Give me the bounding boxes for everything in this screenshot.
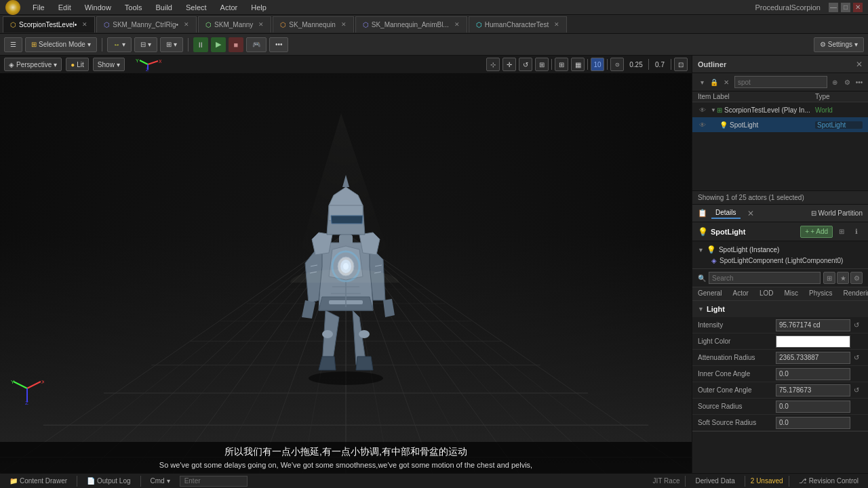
outliner-settings-button[interactable]: ⚙: [842, 77, 852, 87]
rotate-tool-button[interactable]: ↺: [519, 58, 532, 71]
menu-build[interactable]: Build: [151, 2, 178, 13]
instance-row[interactable]: ▼ 💡 SpotLight (Instance): [698, 244, 863, 256]
inner-cone-input[interactable]: [776, 368, 850, 380]
visibility-toggle-world[interactable]: 👁: [698, 105, 707, 115]
details-close-button[interactable]: ✕: [747, 209, 754, 218]
more-options-button[interactable]: •••: [269, 37, 289, 52]
tab-close-4[interactable]: ✕: [454, 21, 460, 28]
outliner-column-headers: Item Label Type: [692, 92, 868, 102]
revision-control-button[interactable]: ⎇ Revision Control: [795, 476, 863, 485]
expand-world[interactable]: ▼: [710, 106, 717, 113]
menu-window[interactable]: Window: [79, 2, 117, 13]
hamburger-menu-button[interactable]: ☰: [4, 37, 22, 52]
menu-file[interactable]: File: [27, 2, 50, 13]
tab-close-3[interactable]: ✕: [341, 21, 347, 28]
menu-tools[interactable]: Tools: [119, 2, 148, 13]
selection-mode-button[interactable]: ⊞ Selection Mode ▾: [25, 37, 97, 52]
tab-close-2[interactable]: ✕: [258, 21, 264, 28]
tab-humanchartest[interactable]: ⬡ HumanCharacterTest ✕: [469, 16, 567, 33]
cmd-button[interactable]: Cmd ▾: [146, 476, 174, 485]
component-row[interactable]: ◈ SpotLightComponent (LightComponent0): [698, 256, 863, 266]
outliner-row-world[interactable]: 👁 ▼ ⊞ ScorpionTestLevel (Play In... Worl…: [692, 102, 868, 117]
derived-data-button[interactable]: Derived Data: [691, 476, 738, 485]
outliner-lock-button[interactable]: 🔒: [709, 77, 719, 87]
tab-scorpiontestlevel[interactable]: ⬡ ScorpionTestLevel• ✕: [3, 16, 95, 33]
outliner-add-button[interactable]: ⊕: [830, 77, 840, 87]
show-button[interactable]: Show ▾: [93, 58, 125, 71]
output-log-button[interactable]: 📄 Output Log: [83, 476, 134, 485]
lod-button[interactable]: 10: [591, 58, 604, 71]
filter-tab-rendering[interactable]: Rendering: [838, 287, 869, 300]
info-button[interactable]: ℹ: [850, 226, 863, 238]
light-color-swatch[interactable]: [776, 336, 850, 348]
filter-tab-misc[interactable]: Misc: [778, 287, 804, 300]
outliner-row-spotlight[interactable]: 👁 💡 SpotLight SpotLight: [692, 117, 868, 132]
snap-button[interactable]: ⊟ ▾: [134, 37, 157, 52]
menu-actor[interactable]: Actor: [215, 2, 243, 13]
filter-tab-lod[interactable]: LOD: [754, 287, 779, 300]
tab-close-0[interactable]: ✕: [82, 21, 87, 28]
tab-sk-animbl[interactable]: ⬡ SK_Mannequin_AnimBl... ✕: [355, 16, 467, 33]
outliner-clear-button[interactable]: ✕: [721, 77, 732, 87]
tab-skm-manny[interactable]: ⬡ SKM_Manny ✕: [198, 16, 271, 33]
tab-close-5[interactable]: ✕: [554, 21, 559, 28]
tab-sk-mannequin[interactable]: ⬡ SK_Mannequin ✕: [273, 16, 353, 33]
lit-button[interactable]: ● Lit: [66, 58, 89, 71]
maximize-button[interactable]: □: [841, 3, 850, 12]
outliner-close-button[interactable]: ✕: [856, 60, 863, 69]
outliner-more-button[interactable]: •••: [854, 77, 864, 87]
outliner-filter-button[interactable]: ▾: [696, 77, 707, 87]
minimize-button[interactable]: —: [829, 3, 838, 12]
outliner-search-input[interactable]: [734, 76, 827, 88]
scale-tool-button[interactable]: ⊞: [535, 58, 549, 71]
attenuation-input[interactable]: [776, 352, 850, 364]
tab-skm-ctrlrig[interactable]: ⬡ SKM_Manny_CtrlRig• ✕: [96, 16, 197, 33]
details-search-input[interactable]: [709, 272, 821, 284]
details-tab-details[interactable]: Details: [711, 207, 741, 219]
filter-tab-general[interactable]: General: [692, 287, 728, 300]
menu-select[interactable]: Select: [180, 2, 212, 13]
tab-label-2: SKM_Manny: [214, 21, 253, 28]
menu-edit[interactable]: Edit: [53, 2, 77, 13]
play-button[interactable]: ▶: [211, 37, 226, 52]
filter-tab-actor[interactable]: Actor: [728, 287, 754, 300]
copy-button[interactable]: ⊞: [835, 226, 848, 238]
perspective-button[interactable]: ◈ Perspective ▾: [4, 58, 62, 71]
content-drawer-button[interactable]: 📁 Content Drawer: [5, 476, 71, 485]
stop-button[interactable]: ■: [229, 37, 243, 52]
menu-help[interactable]: Help: [245, 2, 272, 13]
grid-button[interactable]: ▦: [571, 58, 585, 71]
gamepad-button[interactable]: 🎮: [246, 37, 267, 52]
star-filter-button[interactable]: ★: [837, 272, 849, 284]
scene-3d[interactable]: X Y Z 所以我们有一点小拖延,有一点小协调,有中部和骨盆的运动 So we'…: [0, 73, 692, 473]
transform-mode-button[interactable]: ↔ ▾: [107, 37, 132, 52]
select-tool-button[interactable]: ⊹: [486, 58, 500, 71]
outliner-panel: Outliner ✕ ▾ 🔒 ✕ ⊕ ⚙ ••• Item Label Type: [692, 56, 868, 191]
intensity-input[interactable]: [776, 319, 850, 331]
add-component-button[interactable]: + + Add: [800, 226, 833, 238]
light-section-header[interactable]: ▼ Light: [692, 301, 868, 317]
viewport-area[interactable]: ◈ Perspective ▾ ● Lit Show ▾ X Y: [0, 56, 692, 473]
settings-filter-button[interactable]: ⚙: [850, 272, 863, 284]
source-radius-input[interactable]: [776, 401, 850, 413]
close-button[interactable]: ✕: [853, 3, 863, 12]
near-clip-button[interactable]: ⊙: [610, 58, 624, 71]
filter-tab-physics[interactable]: Physics: [804, 287, 837, 300]
cmd-input[interactable]: [180, 476, 248, 487]
svg-line-49: [27, 382, 41, 388]
attenuation-reset-button[interactable]: ↺: [850, 352, 863, 364]
outer-cone-input[interactable]: [776, 384, 850, 396]
maximize-viewport-button[interactable]: ⊡: [674, 58, 688, 71]
transform-tool-button[interactable]: ✛: [502, 58, 516, 71]
grid-view-button[interactable]: ⊞: [823, 272, 835, 284]
settings-button[interactable]: ⚙ Settings ▾: [814, 37, 864, 52]
pause-button[interactable]: ⏸: [193, 37, 208, 52]
grid-snap-button[interactable]: ⊞ ▾: [160, 37, 183, 52]
outer-cone-reset-button[interactable]: ↺: [850, 384, 863, 396]
tab-close-1[interactable]: ✕: [184, 21, 189, 28]
world-partition-tab[interactable]: ⊟ World Partition: [811, 209, 863, 217]
visibility-toggle-spotlight[interactable]: 👁: [698, 120, 707, 129]
world-grid-button[interactable]: ⊞: [555, 58, 568, 71]
intensity-reset-button[interactable]: ↺: [850, 319, 863, 331]
soft-source-radius-input[interactable]: [776, 417, 850, 429]
